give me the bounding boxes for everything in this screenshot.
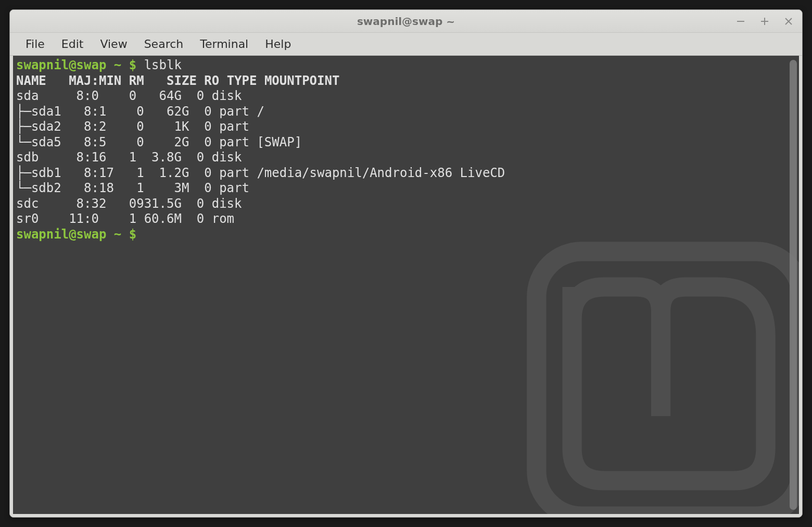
- menubar: File Edit View Search Terminal Help: [10, 33, 802, 56]
- lsblk-row: sdc 8:32 0931.5G 0 disk: [16, 196, 796, 212]
- cell-majmin: 8:17: [61, 166, 122, 180]
- cell-size: 931.5G: [136, 196, 182, 211]
- prompt-line-1: swapnil@swap ~ $ lsblk: [16, 58, 796, 73]
- cell-name: ├─sdb1: [16, 166, 61, 180]
- close-button[interactable]: [781, 14, 796, 29]
- lsblk-row: sr0 11:0 1 60.6M 0 rom: [16, 211, 796, 227]
- col-name: NAME: [16, 73, 46, 88]
- terminal-window: swapnil@swap ~ File Edit View Search Ter…: [9, 9, 803, 518]
- cell-majmin: 8:18: [61, 181, 122, 195]
- cell-type: disk: [204, 150, 242, 165]
- cell-name: sdb: [16, 150, 54, 165]
- prompt-line-2: swapnil@swap ~ $: [16, 227, 796, 243]
- cell-ro: 0: [189, 135, 211, 149]
- cell-rm: 0: [114, 196, 136, 211]
- cell-size: 2G: [144, 135, 189, 149]
- cell-name: ├─sda1: [16, 104, 61, 119]
- cell-size: 1K: [144, 119, 189, 134]
- scrollbar[interactable]: [790, 60, 797, 510]
- cell-mount: /media/swapnil/Android-x86 LiveCD: [249, 166, 505, 180]
- command-text: lsblk: [144, 58, 182, 72]
- cell-rm: 1: [121, 166, 144, 180]
- cell-mount: /: [249, 104, 264, 119]
- maximize-button[interactable]: [757, 14, 772, 29]
- cell-name: sdc: [16, 196, 54, 211]
- prompt-symbol: $: [129, 58, 136, 72]
- lsblk-row: ├─sda2 8:2 0 1K 0 part: [16, 119, 796, 135]
- lsblk-row: ├─sdb1 8:17 1 1.2G 0 part /media/swapnil…: [16, 166, 796, 181]
- prompt-user-host: swapnil@swap: [16, 58, 106, 72]
- menu-terminal[interactable]: Terminal: [192, 34, 257, 54]
- terminal[interactable]: swapnil@swap ~ $ lsblk NAME MAJ:MIN RM S…: [13, 56, 799, 514]
- maximize-icon: [760, 17, 769, 26]
- lsblk-row: sdb 8:16 1 3.8G 0 disk: [16, 150, 796, 166]
- close-icon: [784, 17, 793, 26]
- cell-ro: 0: [182, 211, 204, 226]
- cell-majmin: 8:5: [61, 135, 122, 149]
- prompt-symbol: $: [129, 227, 136, 242]
- cell-size: 3M: [144, 181, 189, 195]
- cell-type: part: [212, 119, 249, 134]
- cell-rm: 1: [114, 150, 136, 165]
- mint-logo-watermark: [508, 222, 799, 514]
- cell-type: part: [212, 104, 249, 119]
- cell-majmin: 8:1: [61, 104, 122, 119]
- cell-majmin: 8:16: [54, 150, 114, 165]
- cell-name: sr0: [16, 211, 54, 226]
- cell-rm: 0: [121, 135, 144, 149]
- cell-type: part: [212, 181, 249, 195]
- lsblk-header: NAME MAJ:MIN RM SIZE RO TYPE MOUNTPOINT: [16, 73, 796, 89]
- terminal-wrap: swapnil@swap ~ $ lsblk NAME MAJ:MIN RM S…: [10, 56, 802, 517]
- minimize-icon: [736, 17, 745, 26]
- menu-edit[interactable]: Edit: [53, 34, 92, 54]
- cell-size: 64G: [136, 89, 182, 103]
- menu-help[interactable]: Help: [257, 34, 299, 54]
- col-size: SIZE: [167, 73, 197, 88]
- cell-type: disk: [204, 89, 242, 103]
- cell-ro: 0: [182, 150, 204, 165]
- col-ro: RO: [204, 73, 219, 88]
- cell-rm: 1: [114, 211, 136, 226]
- cell-name: sda: [16, 89, 54, 103]
- cell-ro: 0: [189, 181, 211, 195]
- cell-type: part: [212, 135, 249, 149]
- minimize-button[interactable]: [733, 14, 748, 29]
- menu-view[interactable]: View: [92, 34, 135, 54]
- col-majmin: MAJ:MIN: [69, 73, 121, 88]
- cell-size: 1.2G: [144, 166, 189, 180]
- cell-majmin: 11:0: [54, 211, 114, 226]
- menu-search[interactable]: Search: [136, 34, 192, 54]
- cell-rm: 0: [121, 104, 144, 119]
- lsblk-row: ├─sda1 8:1 0 62G 0 part /: [16, 104, 796, 120]
- cell-size: 3.8G: [136, 150, 182, 165]
- lsblk-row: └─sdb2 8:18 1 3M 0 part: [16, 181, 796, 196]
- cell-name: └─sdb2: [16, 181, 61, 195]
- titlebar[interactable]: swapnil@swap ~: [10, 10, 802, 33]
- prompt-path: ~: [114, 227, 121, 242]
- cell-name: ├─sda2: [16, 119, 61, 134]
- cell-size: 62G: [144, 104, 189, 119]
- cell-type: disk: [204, 196, 242, 211]
- lsblk-row: sda 8:0 0 64G 0 disk: [16, 89, 796, 104]
- cell-type: rom: [204, 211, 234, 226]
- cell-rm: 0: [121, 119, 144, 134]
- cell-rm: 0: [114, 89, 136, 103]
- cell-ro: 0: [189, 166, 211, 180]
- col-rm: RM: [129, 73, 144, 88]
- cell-name: └─sda5: [16, 135, 61, 149]
- window-title: swapnil@swap ~: [357, 15, 455, 28]
- cell-ro: 0: [182, 89, 204, 103]
- menu-file[interactable]: File: [17, 34, 53, 54]
- prompt-path: ~: [114, 58, 121, 72]
- col-mount: MOUNTPOINT: [264, 73, 340, 88]
- prompt-user-host: swapnil@swap: [16, 227, 106, 242]
- cell-rm: 1: [121, 181, 144, 195]
- cell-ro: 0: [189, 104, 211, 119]
- lsblk-row: └─sda5 8:5 0 2G 0 part [SWAP]: [16, 135, 796, 150]
- cell-mount: [SWAP]: [249, 135, 302, 149]
- cell-majmin: 8:0: [54, 89, 114, 103]
- cell-ro: 0: [182, 196, 204, 211]
- cell-majmin: 8:2: [61, 119, 122, 134]
- cell-size: 60.6M: [136, 211, 182, 226]
- cell-type: part: [212, 166, 249, 180]
